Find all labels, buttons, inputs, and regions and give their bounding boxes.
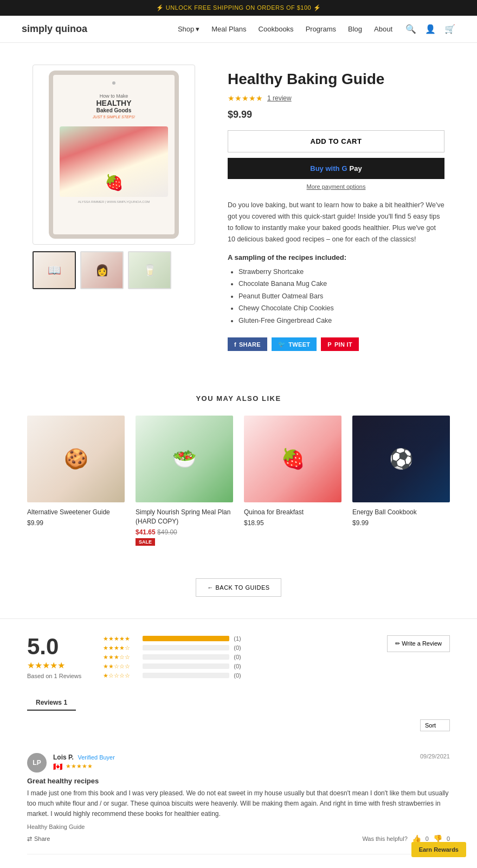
google-pay-logo: Buy with G Pay [234,164,438,173]
related-product-price-1: $9.99 [27,519,125,527]
social-share-buttons: f SHARE 🐦 TWEET P PIN IT [228,337,444,351]
section-title: YOU MAY ALSO LIKE [0,373,477,416]
write-review-button[interactable]: ✏ Write a Review [387,635,450,652]
share-facebook-button[interactable]: f SHARE [228,337,267,351]
related-product-price-2: $41.65 $49.00 SALE [136,528,233,546]
pin-pinterest-button[interactable]: P PIN IT [321,337,359,351]
nav-blog[interactable]: Blog [348,25,362,33]
chevron-down-icon: ▾ [196,25,199,33]
product-price: $9.99 [228,109,444,120]
overview-stars: ★★★★★ [27,660,81,671]
cart-icon[interactable]: 🛒 [444,24,455,34]
earn-rewards-button[interactable]: Earn Rewards [411,842,466,857]
tweet-twitter-button[interactable]: 🐦 TWEET [272,337,317,351]
nav-programs[interactable]: Programs [306,25,336,33]
reviews-tabs: Reviews 1 [27,694,76,711]
thumbnail-2[interactable]: 👩 [80,251,124,289]
related-product-3[interactable]: 🍓 Quinoa for Breakfast $18.95 [244,416,341,546]
product-info: Healthy Baking Guide ★★★★★ 1 review $9.9… [228,65,444,351]
big-rating-number: 5.0 [27,635,81,658]
review-count-link[interactable]: 1 review [267,94,292,102]
site-logo[interactable]: simply quinoa [22,23,178,35]
main-nav: Shop ▾ Meal Plans Cookbooks Programs Blo… [178,25,392,33]
product-images: How to Make HEALTHY Baked Goods JUST 5 S… [33,65,195,351]
review-actions: ⇄ Share Was this helpful? 👍 0 👎 0 [27,834,450,843]
related-product-price-3: $18.95 [244,519,341,527]
recipe-item: Peanut Butter Oatmeal Bars [238,290,444,303]
you-may-also-like-section: YOU MAY ALSO LIKE 🍪 Alternative Sweetene… [0,373,477,567]
add-to-cart-button[interactable]: ADD TO CART [228,130,444,152]
related-product-4[interactable]: ⚽ Energy Ball Cookbook $9.99 [352,416,450,546]
reviewer-meta: 🇨🇦 ★★★★★ [53,762,414,771]
banner-text: ⚡ UNLOCK FREE SHIPPING ON ORDERS OF $100… [156,4,321,11]
google-pay-button[interactable]: Buy with G Pay [228,158,444,179]
thumbnail-1[interactable]: 📖 [33,251,76,289]
sort-select[interactable]: Sort [420,719,450,731]
related-product-1[interactable]: 🍪 Alternative Sweetener Guide $9.99 [27,416,125,546]
tab-reviews[interactable]: Reviews 1 [27,694,76,710]
review-share-button[interactable]: ⇄ Share [27,835,50,843]
promo-banner: ⚡ UNLOCK FREE SHIPPING ON ORDERS OF $100… [0,0,477,16]
thumbnail-row: 📖 👩 🥛 [33,251,195,289]
site-header: simply quinoa Shop ▾ Meal Plans Cookbook… [0,16,477,43]
review-title: Great healthy recipes [27,777,450,785]
nav-meal-plans[interactable]: Meal Plans [211,25,246,33]
related-product-image-3: 🍓 [244,416,341,502]
thumbnail-3[interactable]: 🥛 [128,251,171,289]
search-icon[interactable]: 🔍 [405,24,416,34]
related-product-title-4: Energy Ball Cookbook [352,508,450,517]
recipe-item: Chewy Chocolate Chip Cookies [238,302,444,315]
recipe-item: Gluten-Free Gingerbread Cake [238,315,444,327]
reviewer-avatar: LP [27,753,47,773]
food-image [60,126,168,197]
nav-cookbooks[interactable]: Cookbooks [259,25,294,33]
review-body: I made just one from this book and I was… [27,788,450,820]
product-title: Healthy Baking Guide [228,70,444,88]
nav-about[interactable]: About [374,25,392,33]
product-description: Do you love baking, but want to learn ho… [228,200,444,246]
related-product-title-1: Alternative Sweetener Guide [27,508,125,517]
nav-shop[interactable]: Shop ▾ [178,25,199,33]
verified-buyer-badge: Verified Buyer [78,754,114,761]
review-stars: ★★★★★ [66,763,93,770]
sampling-title: A sampling of the recipes included: [228,253,444,261]
based-on-text: Based on 1 Reviews [27,673,81,679]
share-icon: ⇄ [27,835,32,843]
related-product-price-4: $9.99 [352,519,450,527]
rating-bars: ★★★★★ (1) ★★★★☆ (0) ★★★☆☆ (0) ★★☆☆☆ (0) … [103,635,365,681]
tablet-dot [112,81,115,85]
reviewer-info: Lois P. Verified Buyer 🇨🇦 ★★★★★ [53,753,414,771]
facebook-icon: f [234,341,236,348]
reviewer-name: Lois P. [53,754,74,761]
product-stars: ★★★★★ [228,94,263,103]
main-product-image: How to Make HEALTHY Baked Goods JUST 5 S… [33,65,195,245]
related-product-image-2: 🥗 [136,416,233,502]
overall-rating: 5.0 ★★★★★ Based on 1 Reviews [27,635,81,679]
account-icon[interactable]: 👤 [425,24,436,34]
related-product-2[interactable]: 🥗 Simply Nourish Spring Meal Plan (HARD … [136,416,233,546]
sort-row: Sort [27,719,450,731]
tablet-frame: How to Make HEALTHY Baked Goods JUST 5 S… [49,71,179,239]
rating-row: ★★★★★ 1 review [228,94,444,103]
back-section: ← BACK TO GUIDES [0,567,477,618]
recipe-list: Strawberry Shortcake Chocolate Banana Mu… [238,266,444,327]
bar-row-3: ★★★☆☆ (0) [103,654,365,661]
pinterest-icon: P [327,341,332,348]
review-item: LP Lois P. Verified Buyer 🇨🇦 ★★★★★ 09/29… [27,742,450,855]
book-title: How to Make HEALTHY Baked Goods JUST 5 S… [91,89,137,123]
reviews-overview: 5.0 ★★★★★ Based on 1 Reviews ★★★★★ (1) ★… [27,635,450,681]
related-products-grid: 🍪 Alternative Sweetener Guide $9.99 🥗 Si… [0,416,477,567]
twitter-icon: 🐦 [278,341,286,348]
reviews-section: 5.0 ★★★★★ Based on 1 Reviews ★★★★★ (1) ★… [0,618,477,868]
related-product-image-1: 🍪 [27,416,125,502]
recipe-item: Chocolate Banana Mug Cake [238,278,444,290]
related-product-title-2: Simply Nourish Spring Meal Plan (HARD CO… [136,508,233,526]
bar-row-2: ★★☆☆☆ (0) [103,663,365,670]
bar-row-1: ★☆☆☆☆ (0) [103,672,365,679]
review-header: LP Lois P. Verified Buyer 🇨🇦 ★★★★★ 09/29… [27,753,450,773]
more-payment-options[interactable]: More payment options [228,183,444,190]
related-product-image-4: ⚽ [352,416,450,502]
back-to-guides-button[interactable]: ← BACK TO GUIDES [196,578,281,597]
product-section: How to Make HEALTHY Baked Goods JUST 5 S… [0,43,477,373]
country-flag-icon: 🇨🇦 [53,762,62,771]
